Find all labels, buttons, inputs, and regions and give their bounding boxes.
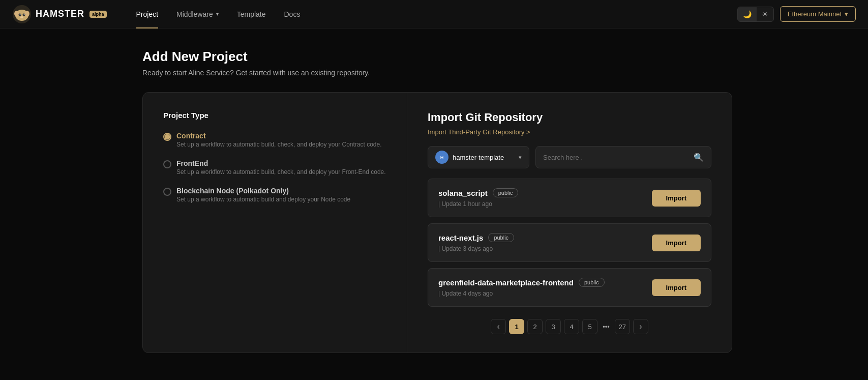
- blockchain-desc: Set up a workflow to automatic build and…: [176, 196, 350, 203]
- search-box: 🔍: [535, 146, 711, 168]
- radio-blockchain[interactable]: [163, 188, 171, 196]
- page-dots: •••: [601, 323, 612, 331]
- theme-moon-btn[interactable]: 🌙: [738, 7, 757, 21]
- org-avatar: H: [435, 151, 448, 164]
- repo-visibility-0: public: [493, 188, 519, 197]
- network-chevron: ▾: [845, 10, 848, 18]
- contract-label: Contract: [176, 132, 382, 140]
- import-third-party-link[interactable]: Import Third-Party Git Repository >: [428, 128, 711, 136]
- repo-item-0: solana_script public | Update 1 hour ago…: [428, 179, 711, 217]
- nav-project[interactable]: Project: [127, 0, 168, 28]
- org-selector[interactable]: H hamster-template ▾: [428, 146, 529, 168]
- network-button[interactable]: Ethereum Mainnet ▾: [780, 6, 856, 22]
- org-chevron-icon: ▾: [519, 154, 522, 161]
- repo-visibility-1: public: [488, 233, 514, 242]
- logo-area: HAMSTER alpha: [12, 5, 107, 24]
- import-btn-2[interactable]: Import: [652, 279, 701, 296]
- project-type-title: Project Type: [163, 111, 386, 120]
- frontend-label: FrontEnd: [176, 159, 386, 167]
- svg-text:H: H: [440, 155, 444, 160]
- theme-toggle: 🌙 ☀: [737, 7, 774, 22]
- blockchain-label: Blockchain Node (Polkadot Only): [176, 187, 350, 195]
- page-prev-btn[interactable]: ‹: [491, 319, 506, 334]
- logo-text: HAMSTER: [36, 9, 84, 19]
- main-content: Add New Project Ready to start Aline Ser…: [0, 28, 868, 373]
- repo-info-2: greenfield-data-marketplace-frontend pub…: [438, 278, 605, 297]
- alpha-badge: alpha: [89, 11, 107, 18]
- nav-right: 🌙 ☀ Ethereum Mainnet ▾: [737, 6, 856, 22]
- repo-visibility-2: public: [579, 278, 605, 287]
- repo-name-2: greenfield-data-marketplace-frontend: [438, 278, 574, 287]
- svg-point-6: [20, 16, 23, 18]
- option-blockchain[interactable]: Blockchain Node (Polkadot Only) Set up a…: [163, 187, 386, 203]
- repo-name-0: solana_script: [438, 189, 488, 197]
- nav-docs[interactable]: Docs: [275, 0, 310, 28]
- page-next-btn[interactable]: ›: [633, 319, 648, 334]
- import-btn-1[interactable]: Import: [652, 235, 701, 251]
- svg-point-7: [20, 14, 21, 15]
- page-btn-1[interactable]: 1: [509, 319, 524, 334]
- logo-icon: [12, 5, 32, 24]
- page-btn-2[interactable]: 2: [527, 319, 543, 334]
- import-btn-0[interactable]: Import: [652, 190, 701, 207]
- middleware-chevron: ▾: [216, 11, 219, 17]
- svg-point-3: [24, 11, 29, 17]
- import-title: Import Git Repository: [428, 111, 711, 124]
- option-contract[interactable]: Contract Set up a workflow to automatic …: [163, 132, 386, 148]
- repo-item-2: greenfield-data-marketplace-frontend pub…: [428, 268, 711, 307]
- frontend-desc: Set up a workflow to automatic build, ch…: [176, 168, 386, 176]
- svg-point-2: [14, 11, 19, 17]
- page-btn-4[interactable]: 4: [564, 319, 579, 334]
- network-label: Ethereum Mainnet: [788, 10, 842, 18]
- search-button[interactable]: 🔍: [694, 153, 704, 162]
- page-title: Add New Project: [142, 49, 868, 65]
- org-avatar-icon: H: [438, 153, 446, 161]
- search-row: H hamster-template ▾ 🔍: [428, 146, 711, 168]
- repo-name-1: react-next.js: [438, 233, 483, 242]
- navbar: HAMSTER alpha Project Middleware ▾ Templ…: [0, 0, 868, 28]
- option-frontend[interactable]: FrontEnd Set up a workflow to automatic …: [163, 159, 386, 176]
- page-btn-last[interactable]: 27: [615, 319, 630, 334]
- svg-point-8: [24, 14, 25, 15]
- nav-middleware[interactable]: Middleware ▾: [167, 0, 228, 28]
- project-card: Project Type Contract Set up a workflow …: [142, 92, 732, 353]
- repo-update-1: | Update 3 days ago: [438, 245, 514, 252]
- theme-sun-btn[interactable]: ☀: [757, 7, 773, 21]
- repo-update-0: | Update 1 hour ago: [438, 200, 518, 208]
- repo-update-2: | Update 4 days ago: [438, 290, 605, 297]
- right-panel: Import Git Repository Import Third-Party…: [407, 93, 732, 353]
- radio-contract[interactable]: [163, 133, 171, 141]
- nav-template[interactable]: Template: [228, 0, 275, 28]
- page-subtitle: Ready to start Aline Service? Get starte…: [142, 69, 868, 77]
- search-input[interactable]: [543, 154, 690, 161]
- repo-info-0: solana_script public | Update 1 hour ago: [438, 188, 518, 208]
- page-btn-5[interactable]: 5: [582, 319, 597, 334]
- repo-item-1: react-next.js public | Update 3 days ago…: [428, 223, 711, 262]
- org-name: hamster-template: [453, 154, 515, 161]
- repo-info-1: react-next.js public | Update 3 days ago: [438, 233, 514, 252]
- radio-frontend[interactable]: [163, 160, 171, 168]
- repo-list: solana_script public | Update 1 hour ago…: [428, 179, 711, 307]
- nav-links: Project Middleware ▾ Template Docs: [127, 0, 737, 28]
- pagination: ‹ 1 2 3 4 5 ••• 27 ›: [428, 319, 711, 334]
- left-panel: Project Type Contract Set up a workflow …: [143, 93, 407, 353]
- page-btn-3[interactable]: 3: [546, 319, 561, 334]
- contract-desc: Set up a workflow to automatic build, ch…: [176, 141, 382, 148]
